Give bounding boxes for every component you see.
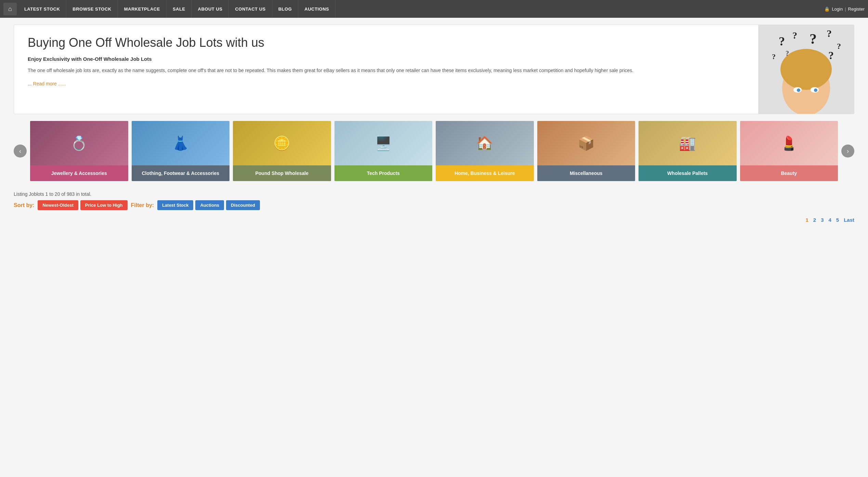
filter-button-discounted-filter[interactable]: Discounted xyxy=(226,200,260,210)
carousel-inner: 💍 Jewellery & Accessories 👗 Clothing, Fo… xyxy=(27,121,841,181)
main-nav: ⌂ LATEST STOCKBROWSE STOCKMARKETPLACESAL… xyxy=(0,0,868,18)
page-last-link[interactable]: Last xyxy=(844,217,854,223)
svg-text:?: ? xyxy=(786,50,789,57)
category-card-tech[interactable]: 🖥️ Tech Products xyxy=(334,121,433,181)
hero-section: Buying One Off Wholesale Job Lots with u… xyxy=(14,25,854,114)
hero-subtitle: Enjoy Exclusivity with One-Off Wholesale… xyxy=(28,56,745,62)
category-image-beauty: 💄 xyxy=(740,121,838,165)
category-label-clothing: Clothing, Footwear & Accessories xyxy=(132,165,230,181)
hero-ellipsis: ... xyxy=(28,81,32,86)
category-label-jewellery: Jewellery & Accessories xyxy=(30,165,128,181)
category-label-misc: Miscellaneous xyxy=(537,165,635,181)
category-card-jewellery[interactable]: 💍 Jewellery & Accessories xyxy=(30,121,128,181)
category-image-poundshop: 🪙 xyxy=(233,121,331,165)
hero-image: ? ? ? ? ? ? ? ? xyxy=(758,25,854,114)
read-more-link[interactable]: Read more ...... xyxy=(33,81,66,86)
listing-info: Listing Joblots 1 to 20 of 983 in total. xyxy=(14,191,854,197)
sort-filter-row: Sort by: Newest-OldestPrice Low to High … xyxy=(14,200,854,210)
svg-text:?: ? xyxy=(828,49,834,62)
category-image-clothing: 👗 xyxy=(132,121,230,165)
nav-item-marketplace[interactable]: MARKETPLACE xyxy=(118,0,167,18)
svg-text:?: ? xyxy=(792,30,797,41)
category-label-wholesale: Wholesale Pallets xyxy=(639,165,737,181)
nav-item-latest-stock[interactable]: LATEST STOCK xyxy=(18,0,66,18)
svg-text:?: ? xyxy=(772,52,776,61)
page-number-5[interactable]: 5 xyxy=(836,217,839,223)
login-link[interactable]: Login xyxy=(832,6,843,12)
category-label-poundshop: Pound Shop Wholesale xyxy=(233,165,331,181)
lock-icon: 🔒 xyxy=(824,6,830,12)
svg-point-5 xyxy=(797,88,800,92)
carousel-next-button[interactable]: › xyxy=(841,145,854,158)
category-image-jewellery: 💍 xyxy=(30,121,128,165)
category-card-wholesale[interactable]: 🏭 Wholesale Pallets xyxy=(639,121,737,181)
page-number-1[interactable]: 1 xyxy=(805,217,808,223)
page-number-4[interactable]: 4 xyxy=(828,217,831,223)
filter-button-latest-stock-filter[interactable]: Latest Stock xyxy=(157,200,193,210)
category-card-misc[interactable]: 📦 Miscellaneous xyxy=(537,121,635,181)
nav-item-auctions[interactable]: AUCTIONS xyxy=(298,0,336,18)
carousel-prev-button[interactable]: ‹ xyxy=(14,145,27,158)
svg-text:?: ? xyxy=(810,31,817,47)
hero-readmore-line: ... Read more ...... xyxy=(28,80,745,87)
hero-text-content: Buying One Off Wholesale Job Lots with u… xyxy=(14,25,758,114)
category-carousel: ‹ 💍 Jewellery & Accessories 👗 Clothing, … xyxy=(14,121,854,181)
nav-item-contact-us[interactable]: CONTACT US xyxy=(229,0,272,18)
home-icon: ⌂ xyxy=(8,5,12,12)
hero-title: Buying One Off Wholesale Job Lots with u… xyxy=(28,35,745,50)
category-label-tech: Tech Products xyxy=(334,165,433,181)
category-label-beauty: Beauty xyxy=(740,165,838,181)
category-card-homebiz[interactable]: 🏠 Home, Business & Leisure xyxy=(436,121,534,181)
register-link[interactable]: Register xyxy=(848,6,865,12)
listing-text: Listing Joblots 1 to 20 of 983 in total. xyxy=(14,191,91,197)
category-image-homebiz: 🏠 xyxy=(436,121,534,165)
nav-item-about-us[interactable]: ABOUT US xyxy=(192,0,229,18)
nav-item-blog[interactable]: BLOG xyxy=(272,0,299,18)
hero-body: The one off wholesale job lots are, exac… xyxy=(28,67,745,74)
pagination-row: 12345 Last xyxy=(14,217,854,223)
hero-illustration: ? ? ? ? ? ? ? ? xyxy=(758,25,854,114)
sort-label: Sort by: xyxy=(14,202,34,208)
sort-button-newest-oldest[interactable]: Newest-Oldest xyxy=(38,200,78,210)
svg-text:?: ? xyxy=(779,35,785,48)
svg-point-6 xyxy=(814,88,817,92)
svg-text:?: ? xyxy=(827,28,832,39)
filter-button-auctions-filter[interactable]: Auctions xyxy=(195,200,224,210)
category-label-homebiz: Home, Business & Leisure xyxy=(436,165,534,181)
category-image-wholesale: 🏭 xyxy=(639,121,737,165)
nav-item-sale[interactable]: SALE xyxy=(167,0,192,18)
category-card-beauty[interactable]: 💄 Beauty xyxy=(740,121,838,181)
page-number-2[interactable]: 2 xyxy=(813,217,816,223)
category-image-tech: 🖥️ xyxy=(334,121,433,165)
nav-item-browse-stock[interactable]: BROWSE STOCK xyxy=(66,0,118,18)
page-number-3[interactable]: 3 xyxy=(821,217,824,223)
filter-label: Filter by: xyxy=(131,202,154,208)
home-nav-button[interactable]: ⌂ xyxy=(3,3,17,15)
sort-button-price-low-high[interactable]: Price Low to High xyxy=(80,200,128,210)
nav-separator: | xyxy=(845,6,846,12)
svg-text:?: ? xyxy=(837,42,841,51)
category-card-clothing[interactable]: 👗 Clothing, Footwear & Accessories xyxy=(132,121,230,181)
category-card-poundshop[interactable]: 🪙 Pound Shop Wholesale xyxy=(233,121,331,181)
category-image-misc: 📦 xyxy=(537,121,635,165)
nav-auth: 🔒 Login | Register xyxy=(824,6,865,12)
